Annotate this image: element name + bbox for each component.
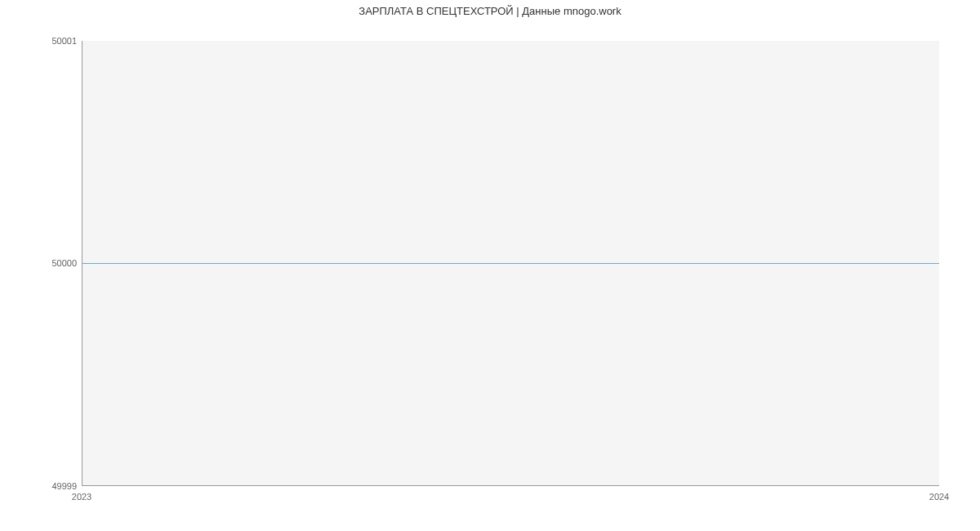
data-series-line bbox=[82, 263, 939, 264]
y-tick-label: 50000 bbox=[28, 258, 77, 268]
x-tick-label: 2024 bbox=[929, 492, 949, 502]
chart-container: ЗАРПЛАТА В СПЕЦТЕХСТРОЙ | Данные mnogo.w… bbox=[0, 0, 980, 531]
y-tick-label: 49999 bbox=[28, 481, 77, 491]
y-tick-label: 50001 bbox=[28, 36, 77, 46]
x-tick-label: 2023 bbox=[72, 492, 91, 502]
chart-title: ЗАРПЛАТА В СПЕЦТЕХСТРОЙ | Данные mnogo.w… bbox=[0, 5, 980, 17]
plot-area bbox=[82, 41, 939, 486]
